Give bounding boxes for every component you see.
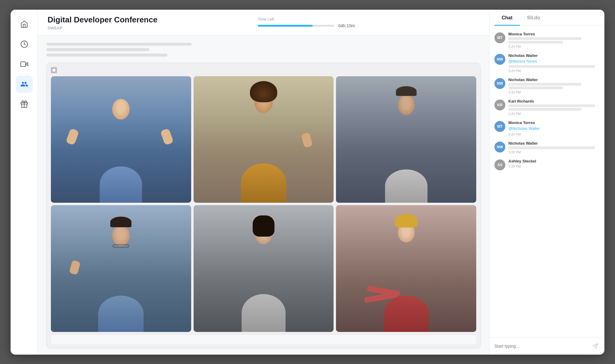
app-container: Digital Developer Conference SWEAP Time …: [11, 10, 604, 355]
video-cell-5: [194, 205, 334, 332]
video-cell-2: [194, 76, 334, 203]
message-author: Nicholas Walter: [508, 77, 600, 82]
svg-marker-1: [25, 62, 28, 66]
video-icon: [20, 60, 28, 68]
sidebar-item-people[interactable]: [16, 76, 33, 93]
list-item: MT Monica Torres @Nicholas Walter 3:20 P…: [494, 118, 600, 139]
message-time: 3:20 PM: [508, 90, 600, 94]
message-line: [508, 108, 581, 111]
message-content: Karl Richards 3:20 PM: [508, 99, 600, 116]
message-line: [508, 41, 563, 44]
header-left: Digital Developer Conference SWEAP: [48, 15, 158, 30]
gift-icon: [20, 100, 28, 108]
video-bottom-bar: [51, 334, 476, 344]
video-header: [51, 67, 476, 73]
list-item: KR Karl Richards 3:20 PM: [494, 97, 600, 118]
message-time: 3:20 PM: [508, 165, 600, 168]
message-line: [508, 146, 595, 149]
message-time: 3:20 PM: [508, 133, 600, 136]
message-author: Nicholas Walter: [508, 53, 600, 58]
chat-input[interactable]: [494, 344, 588, 349]
video-section-icon: [51, 67, 57, 73]
message-author: Nicholas Walter: [508, 141, 600, 146]
header-timer: Time Left 04h:10m: [258, 17, 355, 28]
svg-rect-2: [21, 62, 25, 66]
chat-tabs: Chat Sli.do: [490, 10, 604, 26]
people-icon: [20, 80, 28, 88]
video-cell-6: [336, 205, 476, 332]
message-time: 3:20 PM: [508, 45, 600, 48]
info-line-1: [46, 43, 192, 46]
list-item: NW Nicholas Walter @Monica Torres 3:20 P…: [494, 51, 600, 75]
info-line-3: [46, 54, 168, 57]
message-content: Monica Torres @Nicholas Walter 3:20 PM: [508, 120, 600, 136]
video-cell-4: [51, 205, 191, 332]
video-cell-3: [336, 76, 476, 203]
info-line-2: [46, 48, 149, 51]
content-area: [38, 35, 489, 355]
avatar: KR: [494, 100, 505, 110]
chat-input-area: [490, 337, 604, 355]
list-item: MT Monica Torres 3:20 PM: [494, 29, 600, 51]
sidebar-item-home[interactable]: [16, 16, 33, 33]
message-time: 3:20 PM: [508, 112, 600, 116]
time-progress-bar: [258, 25, 334, 27]
message-time: 3:20 PM: [508, 69, 600, 73]
message-content: Nicholas Walter 3:20 PM: [508, 77, 600, 94]
message-author: Karl Richards: [508, 99, 600, 103]
message-line: [508, 83, 581, 86]
list-item: NW Nicholas Walter 3:20 PM: [494, 139, 600, 156]
sidebar-item-gift[interactable]: [16, 96, 33, 113]
message-line: [508, 87, 563, 89]
time-bar-container: 04h:10m: [258, 23, 355, 28]
tab-chat[interactable]: Chat: [494, 10, 520, 26]
sidebar-item-schedule[interactable]: [16, 36, 33, 53]
video-section: [46, 63, 481, 349]
svg-point-5: [52, 69, 55, 72]
video-cell-1: [51, 76, 191, 203]
chat-panel: Chat Sli.do MT Monica Torres 3:20 PM NW …: [489, 10, 604, 355]
time-bar-fill: [258, 25, 313, 27]
sidebar: [11, 10, 38, 355]
message-content: Ashley Steckel 3:20 PM: [508, 159, 600, 170]
sidebar-item-video[interactable]: [16, 56, 33, 73]
message-time: 3:20 PM: [508, 150, 600, 154]
message-content: Nicholas Walter 3:20 PM: [508, 141, 600, 154]
home-icon: [20, 20, 28, 28]
event-subtitle: SWEAP: [48, 26, 158, 30]
avatar: AS: [494, 159, 505, 170]
message-mention: @Nicholas Walter: [508, 126, 600, 131]
list-item: NW Nicholas Walter 3:20 PM: [494, 75, 600, 97]
message-author: Monica Torres: [508, 32, 600, 36]
message-line: [508, 65, 595, 68]
send-button[interactable]: [591, 342, 600, 350]
avatar: NW: [494, 142, 505, 152]
list-item: AS Ashley Steckel 3:20 PM: [494, 156, 600, 173]
main-content: Digital Developer Conference SWEAP Time …: [38, 10, 489, 355]
time-value: 04h:10m: [338, 23, 355, 28]
message-content: Nicholas Walter @Monica Torres 3:20 PM: [508, 53, 600, 73]
avatar: MT: [494, 121, 505, 132]
time-label: Time Left: [258, 17, 274, 21]
info-lines: [46, 41, 481, 58]
avatar: MT: [494, 32, 505, 43]
chat-messages: MT Monica Torres 3:20 PM NW Nicholas Wal…: [490, 26, 604, 337]
message-line: [508, 104, 595, 107]
avatar: NW: [494, 78, 505, 89]
message-line: [508, 37, 581, 40]
message-content: Monica Torres 3:20 PM: [508, 32, 600, 48]
tab-slido[interactable]: Sli.do: [520, 10, 548, 26]
page-title: Digital Developer Conference: [48, 15, 158, 25]
message-author: Ashley Steckel: [508, 159, 600, 163]
header: Digital Developer Conference SWEAP Time …: [38, 10, 489, 35]
message-author: Monica Torres: [508, 120, 600, 125]
clock-icon: [20, 40, 28, 48]
message-mention: @Monica Torres: [508, 59, 600, 64]
avatar: NW: [494, 54, 505, 65]
video-grid: [51, 76, 476, 332]
